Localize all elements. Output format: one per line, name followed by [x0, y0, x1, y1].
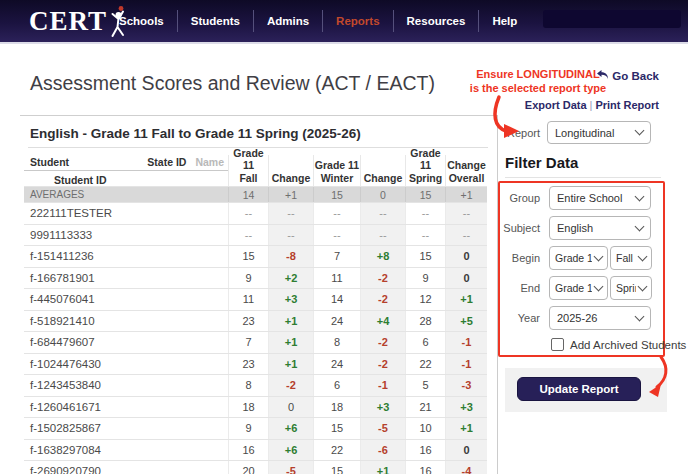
change-overall-cell: -1 [445, 354, 487, 375]
go-back-link[interactable]: Go Back [596, 69, 659, 82]
nav-item-students[interactable]: Students [178, 15, 253, 27]
change-cell: -2 [360, 268, 405, 289]
table-row: f-6844796077+18-26-1 [24, 331, 487, 353]
report-subtitle: English - Grade 11 Fall to Grade 11 Spri… [30, 126, 361, 141]
spring-score-cell: 21 [405, 397, 445, 418]
group-select-value: Entire School [557, 192, 633, 204]
nav-item-admins[interactable]: Admins [254, 15, 322, 27]
winter-score-cell: 22 [313, 440, 360, 461]
table-row: AVERAGES14+115015+1 [24, 186, 487, 202]
year-select[interactable]: 2025-26 [549, 306, 651, 330]
grade11-winter-header[interactable]: Grade 11 Winter [313, 155, 360, 186]
export-data-link[interactable]: Export Data [525, 99, 587, 111]
chevron-down-icon [635, 311, 645, 321]
student-id-cell: 222111TESTER [24, 203, 228, 224]
student-id-cell: f-684479607 [24, 332, 228, 353]
export-print-links: Export Data|Print Report [525, 99, 659, 111]
fall-score-cell: -- [228, 203, 268, 224]
report-select[interactable]: Longitudinal [547, 121, 651, 144]
chevron-down-icon [638, 251, 648, 261]
change-cell: +6 [268, 418, 313, 439]
change2-header[interactable]: Change [360, 155, 405, 186]
table-row: f-15141123615-87+8150 [24, 245, 487, 267]
nav-search-box[interactable] [543, 10, 681, 28]
table-row: f-163829708416+622-6160 [24, 439, 487, 461]
spring-score-cell: 16 [405, 440, 445, 461]
spring-score-cell: -- [405, 225, 445, 246]
winter-score-cell: 15 [313, 418, 360, 439]
student-id-cell: AVERAGES [24, 187, 228, 202]
report-select-value: Longitudinal [555, 127, 633, 139]
winter-score-cell: 11 [313, 268, 360, 289]
winter-score-cell: 24 [313, 354, 360, 375]
nav-item-resources[interactable]: Resources [394, 15, 479, 27]
winter-score-cell: 24 [313, 311, 360, 332]
begin-grade-select[interactable]: Grade 11 [549, 246, 608, 270]
student-id-header-label[interactable]: Student ID [54, 174, 107, 186]
end-grade-select[interactable]: Grade 11 [549, 276, 608, 300]
name-header-label[interactable]: Name [195, 156, 224, 168]
spring-score-cell: 15 [405, 246, 445, 267]
student-id-cell: f-2690920790 [24, 461, 228, 474]
fall-score-cell: 8 [228, 375, 268, 396]
change-overall-cell: -- [445, 225, 487, 246]
change-overall-cell: +1 [445, 418, 487, 439]
winter-score-cell: 15 [313, 187, 360, 202]
change-cell: -2 [360, 289, 405, 310]
table-row: 222111TESTER------------ [24, 202, 487, 224]
change-cell: -- [360, 225, 405, 246]
nav-item-schools[interactable]: Schools [106, 15, 177, 27]
fall-score-cell: -- [228, 225, 268, 246]
year-label: Year [488, 312, 540, 324]
go-back-label: Go Back [612, 70, 659, 82]
print-report-link[interactable]: Print Report [595, 99, 659, 111]
table-row: 9991113333------------ [24, 224, 487, 246]
change-cell: -6 [360, 440, 405, 461]
change-cell: +2 [268, 268, 313, 289]
subject-label: Subject [488, 222, 540, 234]
change-cell: +4 [360, 311, 405, 332]
state-id-header-label[interactable]: State ID [147, 156, 186, 168]
filter-data-heading: Filter Data [505, 154, 578, 171]
change-overall-cell: -4 [445, 461, 487, 474]
change-cell: +1 [268, 311, 313, 332]
winter-score-cell: -- [313, 225, 360, 246]
change1-header[interactable]: Change [268, 155, 313, 186]
change-cell: -2 [360, 332, 405, 353]
annotation-line2: is the selected report type [466, 82, 610, 96]
change-cell: 0 [360, 187, 405, 202]
student-id-cell: f-1638297084 [24, 440, 228, 461]
back-arrow-icon [596, 69, 609, 82]
student-header-label[interactable]: Student [30, 156, 69, 168]
change-cell: 0 [268, 397, 313, 418]
table-row: f-44507604111+314-212+1 [24, 288, 487, 310]
winter-score-cell: -- [313, 203, 360, 224]
fall-score-cell: 20 [228, 461, 268, 474]
change-overall-cell: 0 [445, 268, 487, 289]
annotation-note: Ensure LONGITUDINAL is the selected repo… [466, 68, 610, 95]
subject-select-value: English [557, 222, 633, 234]
change-cell: -- [360, 203, 405, 224]
table-row: f-126046167118018+321+3 [24, 396, 487, 418]
winter-score-cell: 6 [313, 375, 360, 396]
subject-select[interactable]: English [549, 216, 651, 240]
chevron-down-icon [635, 191, 645, 201]
archived-students-checkbox[interactable] [551, 338, 564, 351]
year-select-value: 2025-26 [557, 312, 633, 324]
cert-logo-text: CERT [29, 5, 107, 37]
change-overall-cell: +1 [445, 187, 487, 202]
change-overall-cell: 0 [445, 440, 487, 461]
end-term-select[interactable]: Spring [610, 276, 652, 300]
change-cell: +1 [360, 461, 405, 474]
nav-item-reports[interactable]: Reports [323, 15, 392, 27]
update-report-button[interactable]: Update Report [517, 377, 641, 401]
begin-term-select[interactable]: Fall [610, 246, 652, 270]
fall-score-cell: 23 [228, 354, 268, 375]
grade11-fall-header[interactable]: Grade 11 Fall [228, 155, 268, 186]
grade11-spring-header[interactable]: Grade 11 Spring [405, 155, 445, 186]
nav-item-help[interactable]: Help [479, 15, 530, 27]
spring-score-cell: 28 [405, 311, 445, 332]
group-select[interactable]: Entire School [549, 186, 651, 210]
change-overall-cell: -- [445, 203, 487, 224]
change-overall-header[interactable]: Change Overall [445, 155, 487, 186]
